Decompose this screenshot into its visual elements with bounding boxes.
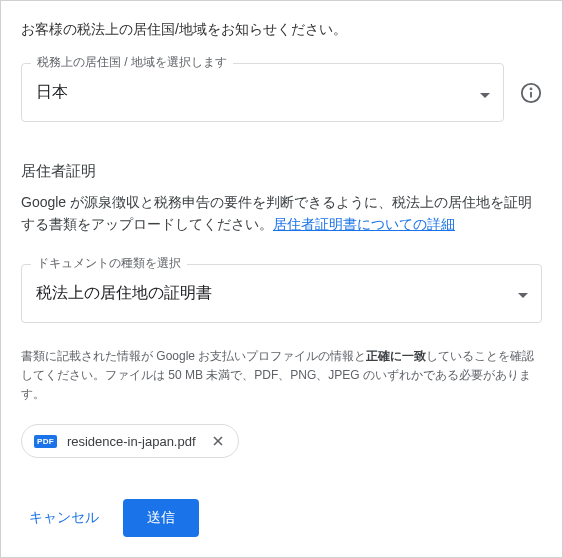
section-title: 居住者証明: [21, 162, 542, 181]
residence-cert-details-link[interactable]: 居住者証明書についての詳細: [273, 216, 455, 232]
doc-type-select-value: 税法上の居住地の証明書: [36, 283, 212, 304]
remove-file-button[interactable]: [206, 433, 226, 449]
upload-description: Google が源泉徴収と税務申告の要件を判断できるように、税法上の居住地を証明…: [21, 191, 542, 236]
pdf-icon: PDF: [34, 435, 57, 448]
doc-type-select-label: ドキュメントの種類を選択: [31, 255, 187, 272]
info-icon[interactable]: [520, 82, 542, 104]
file-name: residence-in-japan.pdf: [67, 434, 196, 449]
country-select-value: 日本: [36, 82, 68, 103]
doc-type-select[interactable]: 税法上の居住地の証明書: [21, 264, 542, 323]
country-select[interactable]: 日本: [21, 63, 504, 122]
submit-button[interactable]: 送信: [123, 499, 199, 537]
file-instructions: 書類に記載された情報が Google お支払いプロファイルの情報と正確に一致して…: [21, 347, 542, 405]
svg-point-2: [531, 88, 532, 89]
uploaded-file-chip: PDF residence-in-japan.pdf: [21, 424, 239, 458]
page-heading: お客様の税法上の居住国/地域をお知らせください。: [21, 21, 542, 39]
country-select-label: 税務上の居住国 / 地域を選択します: [31, 54, 233, 71]
cancel-button[interactable]: キャンセル: [21, 499, 107, 537]
